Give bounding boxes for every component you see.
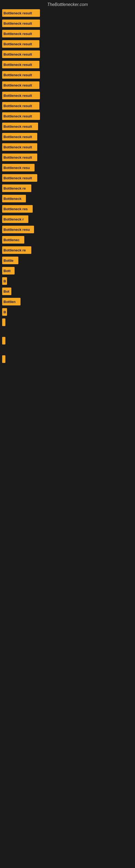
bottleneck-result-bar[interactable]: Bottleneck result <box>2 51 40 58</box>
bar-container: Bottleneck result <box>2 143 133 151</box>
bar-label: B <box>3 279 6 283</box>
bar-label: Bottleneck resu <box>3 166 30 170</box>
bottleneck-result-bar[interactable]: Bottleneck result <box>2 92 40 99</box>
bottleneck-result-bar[interactable]: Bottleneck result <box>2 174 37 182</box>
bar-label: Bottleneck resu <box>3 227 30 231</box>
bottleneck-result-bar[interactable]: Bottleneck result <box>2 143 37 151</box>
bar-container: Bottleneck result <box>2 174 133 182</box>
bar-label: Bottleneck result <box>3 11 32 15</box>
bottleneck-result-bar[interactable] <box>2 318 5 326</box>
bar-label: Bottleneck result <box>3 114 32 118</box>
bar-container: Bottleneck result <box>2 20 133 27</box>
bar-label: Bottleneck result <box>3 83 32 87</box>
bar-container: Bottleneck result <box>2 123 133 130</box>
bottleneck-result-bar[interactable]: Bot <box>2 287 11 295</box>
bar-container: Bottleneck result <box>2 102 133 110</box>
bottleneck-result-bar[interactable]: Bottleneck result <box>2 82 39 89</box>
bar-label: Bottleneck re <box>3 248 26 252</box>
bar-container: Bottleneck result <box>2 112 133 120</box>
bar-container: Bottleneck result <box>2 71 133 79</box>
bar-label: Bottleneck result <box>3 52 32 56</box>
bar-label: Bottleneck result <box>3 135 32 139</box>
bar-container: Bottleneck <box>2 195 133 203</box>
bar-label: Bottleneck result <box>3 124 32 129</box>
bar-label: Bottleneck result <box>3 104 32 108</box>
bottleneck-result-bar[interactable]: Bottleneck resu <box>2 226 34 233</box>
bar-container: Bottleneck result <box>2 51 133 58</box>
bar-container: Bottle <box>2 257 133 264</box>
bottleneck-result-bar[interactable]: Bottleneck result <box>2 123 38 130</box>
bar-label: Bottleneck re <box>3 186 26 190</box>
bottleneck-result-bar[interactable]: Bottleneck result <box>2 20 40 27</box>
bottleneck-result-bar[interactable] <box>2 337 5 344</box>
bar-container: Bottleneck result <box>2 154 133 161</box>
bottleneck-result-bar[interactable]: Bottlen <box>2 298 20 305</box>
bar-label: Bottleneck <box>3 197 21 201</box>
bar-container: B <box>2 308 133 316</box>
bar-container: Bot <box>2 287 133 295</box>
bar-label: Bottleneck result <box>3 176 32 180</box>
bar-label: Bottleneck result <box>3 32 32 36</box>
bottleneck-result-bar[interactable]: Bottleneck result <box>2 61 39 68</box>
bar-label: Bottle <box>3 258 13 262</box>
bar-container <box>2 355 133 363</box>
bar-container: Bottleneck result <box>2 9 133 17</box>
bottleneck-result-bar[interactable]: Bottleneck <box>2 195 26 203</box>
bar-container: Bottleneck result <box>2 30 133 37</box>
bar-container: Bottleneck resu <box>2 164 133 172</box>
bar-container: Bottleneck re <box>2 246 133 254</box>
bottleneck-result-bar[interactable] <box>2 355 5 363</box>
bar-label: Bottlenec <box>3 238 19 242</box>
bar-container: Bottleneck result <box>2 40 133 48</box>
site-title: TheBottlenecker.com <box>0 0 135 9</box>
bottleneck-result-bar[interactable]: Bottle <box>2 257 18 264</box>
bar-label: Bottleneck r <box>3 217 24 221</box>
bar-container <box>2 337 133 344</box>
bar-container: Bottlenec <box>2 236 133 244</box>
bottleneck-result-bar[interactable]: Bottleneck r <box>2 215 28 223</box>
bar-label: Bottleneck result <box>3 94 32 98</box>
bar-container <box>2 318 133 326</box>
bar-label: Bottleneck result <box>3 145 32 149</box>
bottleneck-result-bar[interactable]: B <box>2 277 7 285</box>
bottleneck-result-bar[interactable]: Bottleneck result <box>2 9 40 17</box>
bottleneck-result-bar[interactable]: Bottleneck result <box>2 154 37 161</box>
bar-container: Bottleneck resu <box>2 226 133 233</box>
bar-label: B <box>3 310 6 314</box>
bottleneck-result-bar[interactable]: Bottleneck res <box>2 205 33 213</box>
bottleneck-result-bar[interactable]: Bottleneck re <box>2 184 31 192</box>
bar-container: Bottleneck r <box>2 215 133 223</box>
bottleneck-result-bar[interactable]: Bottleneck result <box>2 112 40 120</box>
bar-label: Bottlen <box>3 300 16 304</box>
bottleneck-result-bar[interactable]: Bottleneck re <box>2 246 31 254</box>
bar-container: Bottleneck result <box>2 61 133 68</box>
bar-container: Bottleneck result <box>2 133 133 141</box>
bottleneck-result-bar[interactable]: Bottleneck result <box>2 133 37 141</box>
bar-label: Bottleneck result <box>3 155 32 159</box>
bar-container: Bottlen <box>2 298 133 305</box>
bar-container: Bottleneck re <box>2 184 133 192</box>
bar-container: Bottleneck result <box>2 82 133 89</box>
bottleneck-result-bar[interactable]: Bottlenec <box>2 236 24 244</box>
bar-label: Bottleneck result <box>3 42 32 46</box>
bar-label: Bottleneck result <box>3 22 32 26</box>
bar-label: Bott <box>3 269 10 273</box>
bar-container: Bott <box>2 267 133 275</box>
bar-label: Bottleneck result <box>3 63 32 67</box>
bar-container: Bottleneck res <box>2 205 133 213</box>
bar-label: Bot <box>3 289 9 293</box>
bottleneck-result-bar[interactable]: Bott <box>2 267 14 275</box>
bottleneck-result-bar[interactable]: Bottleneck resu <box>2 164 35 172</box>
bar-container: B <box>2 277 133 285</box>
bar-label: Bottleneck res <box>3 207 28 211</box>
bottleneck-result-bar[interactable]: Bottleneck result <box>2 40 39 48</box>
bottleneck-result-bar[interactable]: Bottleneck result <box>2 102 39 110</box>
bar-container: Bottleneck result <box>2 92 133 99</box>
bottleneck-result-bar[interactable]: Bottleneck result <box>2 30 40 37</box>
bottleneck-result-bar[interactable]: Bottleneck result <box>2 71 40 79</box>
bottleneck-result-bar[interactable]: B <box>2 308 7 316</box>
bar-label: Bottleneck result <box>3 73 32 77</box>
